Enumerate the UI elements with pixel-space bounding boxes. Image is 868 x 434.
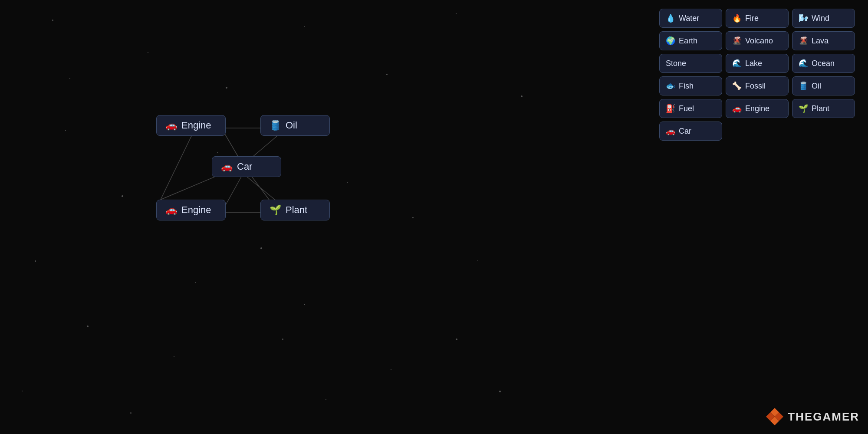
star bbox=[521, 95, 523, 97]
node-emoji: 🌱 bbox=[270, 204, 281, 216]
sidebar-item-label: Water bbox=[679, 14, 699, 23]
node-label: Engine bbox=[181, 204, 211, 216]
star bbox=[386, 74, 388, 75]
sidebar-item-emoji: 🚗 bbox=[732, 104, 742, 113]
sidebar-item-fish[interactable]: 🐟Fish bbox=[659, 76, 722, 95]
node-engine-top[interactable]: 🚗Engine bbox=[156, 115, 226, 136]
logo-icon bbox=[766, 408, 783, 425]
sidebar-item-emoji: 🌱 bbox=[799, 104, 808, 113]
sidebar-item-label: Lava bbox=[812, 36, 829, 46]
star bbox=[226, 87, 227, 89]
node-emoji: 🚗 bbox=[165, 120, 177, 131]
sidebar-item-earth[interactable]: 🌍Earth bbox=[659, 31, 722, 50]
star bbox=[304, 26, 305, 27]
sidebar-item-emoji: 🦴 bbox=[732, 81, 742, 91]
sidebar-item-water[interactable]: 💧Water bbox=[659, 9, 722, 28]
sidebar-item-wind[interactable]: 🌬️Wind bbox=[792, 9, 855, 28]
sidebar-item-label: Ocean bbox=[812, 59, 835, 68]
sidebar-item-label: Fire bbox=[745, 14, 759, 23]
sidebar-item-label: Car bbox=[679, 127, 691, 136]
node-label: Oil bbox=[286, 120, 297, 131]
star bbox=[65, 130, 66, 131]
sidebar-item-label: Volcano bbox=[745, 36, 773, 46]
sidebar-item-volcano[interactable]: 🌋Volcano bbox=[726, 31, 789, 50]
sidebar-item-ocean[interactable]: 🌊Ocean bbox=[792, 54, 855, 73]
star bbox=[148, 52, 148, 53]
star bbox=[130, 412, 132, 414]
sidebar-item-lava[interactable]: 🌋Lava bbox=[792, 31, 855, 50]
sidebar-item-emoji: 🌊 bbox=[799, 59, 808, 68]
sidebar-item-plant[interactable]: 🌱Plant bbox=[792, 99, 855, 118]
star bbox=[347, 182, 348, 183]
sidebar-item-car[interactable]: 🚗Car bbox=[659, 122, 722, 141]
star bbox=[22, 391, 23, 391]
sidebar-item-label: Fuel bbox=[679, 104, 694, 113]
sidebar-item-oil[interactable]: 🛢️Oil bbox=[792, 76, 855, 95]
sidebar-item-emoji: 🔥 bbox=[732, 13, 742, 23]
star bbox=[412, 217, 414, 218]
svg-line-6 bbox=[161, 128, 195, 200]
node-emoji: 🚗 bbox=[221, 161, 233, 172]
star bbox=[282, 339, 283, 340]
sidebar-item-emoji: 🛢️ bbox=[799, 81, 808, 91]
node-label: Engine bbox=[181, 120, 211, 131]
node-engine-bottom[interactable]: 🚗Engine bbox=[156, 200, 226, 220]
star bbox=[217, 152, 218, 153]
sidebar-item-emoji: 🌋 bbox=[799, 36, 808, 46]
star bbox=[456, 339, 457, 340]
node-emoji: 🛢️ bbox=[270, 120, 281, 131]
sidebar-item-label: Earth bbox=[679, 36, 697, 46]
star bbox=[35, 260, 36, 262]
sidebar-item-fossil[interactable]: 🦴Fossil bbox=[726, 76, 789, 95]
sidebar-item-emoji: ⛽ bbox=[666, 104, 675, 113]
star bbox=[87, 326, 89, 327]
sidebar-item-label: Stone bbox=[666, 59, 686, 68]
star bbox=[326, 399, 326, 400]
sidebar-panel: 💧Water🔥Fire🌬️Wind🌍Earth🌋Volcano🌋LavaSton… bbox=[655, 4, 859, 145]
node-emoji: 🚗 bbox=[165, 204, 177, 216]
sidebar-item-label: Engine bbox=[745, 104, 769, 113]
sidebar-item-emoji: 🐟 bbox=[666, 81, 675, 91]
sidebar-item-label: Plant bbox=[812, 104, 829, 113]
sidebar-item-engine[interactable]: 🚗Engine bbox=[726, 99, 789, 118]
sidebar-item-label: Fish bbox=[679, 82, 694, 91]
star bbox=[52, 20, 53, 21]
node-oil[interactable]: 🛢️Oil bbox=[260, 115, 330, 136]
node-plant[interactable]: 🌱Plant bbox=[260, 200, 330, 220]
star bbox=[174, 356, 174, 357]
star bbox=[304, 304, 305, 305]
sidebar-item-emoji: 🚗 bbox=[666, 126, 675, 136]
sidebar-item-stone[interactable]: Stone bbox=[659, 54, 722, 73]
star bbox=[391, 369, 391, 370]
sidebar-item-emoji: 🌬️ bbox=[799, 13, 808, 23]
sidebar-item-label: Fossil bbox=[745, 82, 766, 91]
star bbox=[477, 260, 478, 261]
logo-text: THEGAMER bbox=[788, 410, 859, 424]
star bbox=[122, 195, 123, 197]
sidebar-item-emoji: 💧 bbox=[666, 13, 675, 23]
sidebar-item-label: Lake bbox=[745, 59, 762, 68]
sidebar-item-label: Wind bbox=[812, 14, 829, 23]
sidebar-item-emoji: 🌊 bbox=[732, 59, 742, 68]
star bbox=[456, 13, 457, 14]
sidebar-item-fire[interactable]: 🔥Fire bbox=[726, 9, 789, 28]
star bbox=[260, 247, 262, 249]
sidebar-item-fuel[interactable]: ⛽Fuel bbox=[659, 99, 722, 118]
star bbox=[499, 391, 501, 392]
sidebar-item-lake[interactable]: 🌊Lake bbox=[726, 54, 789, 73]
sidebar-item-emoji: 🌍 bbox=[666, 36, 675, 46]
sidebar-item-emoji: 🌋 bbox=[732, 36, 742, 46]
star bbox=[195, 282, 196, 283]
node-label: Car bbox=[237, 161, 252, 172]
thegamer-logo: THEGAMER bbox=[766, 408, 859, 425]
sidebar-item-label: Oil bbox=[812, 82, 821, 91]
star bbox=[69, 78, 70, 79]
node-label: Plant bbox=[286, 204, 307, 216]
node-car[interactable]: 🚗Car bbox=[212, 156, 281, 177]
